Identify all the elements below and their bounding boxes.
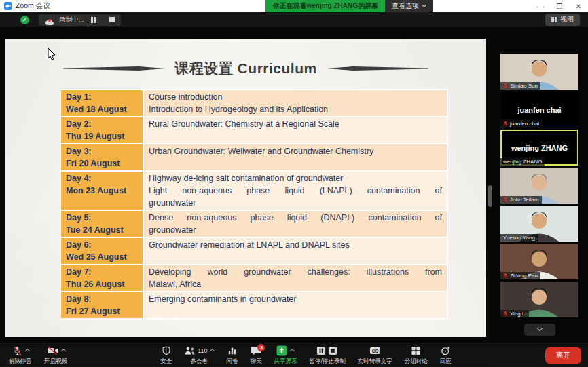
day-cell: Day 6:Wed 25 August [60,237,143,265]
table-row: Day 3:Fri 20 AugustUrban Groundwater: We… [60,144,447,171]
participant-tile[interactable]: Ying Li [500,282,578,317]
chevron-up-icon[interactable] [290,349,295,353]
grid-view-icon [551,17,557,22]
chat-button[interactable]: 聊天3 [244,343,268,367]
security-shield-icon[interactable]: ✓ [20,16,29,24]
toolbar-item-label: 分组讨论 [405,358,428,366]
participant-name-label: juanfen chai [500,120,542,128]
zoom-logo-icon [4,2,12,10]
toolbar-item-label: 回应 [440,358,452,366]
maximize-button[interactable]: ❐ [550,0,569,12]
view-options-label: 查看选项 [392,1,419,11]
recording-indicator: 录制中... [39,14,121,26]
muted-mic-icon [503,121,508,127]
participant-tile[interactable]: wenjing ZHANGwenjing ZHANG [500,130,578,166]
table-row: Day 2:Thu 19 AugustRural Groundwater: Ch… [60,117,447,144]
breakout-rooms-button[interactable]: 分组讨论 [399,343,434,367]
share-screen-icon [276,345,287,356]
window-titlebar: Zoom 会议 你正在观看wenjing ZHANG的屏幕 查看选项 — ❐ ✕ [0,0,588,12]
topic-cell: Urban Groundwater: Wellwater and Groundw… [143,144,447,171]
slide-title: 课程设置 Curriculum [174,59,316,78]
table-row: Day 5:Tue 24 AugustDense non-aqueous pha… [60,210,447,237]
chevron-down-icon [422,3,426,7]
meeting-info-bar: ✓ 录制中... 视图 [0,12,588,27]
day-cell: Day 5:Tue 24 August [60,210,143,237]
toolbar-item-label: 问卷 [226,358,238,366]
toolbar-item-label: 安全 [160,358,172,366]
shield-button[interactable]: 安全 [154,343,178,367]
participant-tile[interactable]: juanfen chaijuanfen chai [500,92,578,128]
muted-mic-icon [503,273,508,279]
topic-cell: Highway de-icing salt contamination of g… [143,171,447,210]
mic-muted-button[interactable]: 解除静音 [3,343,38,367]
participants-sidebar: Simiao Sunjuanfen chaijuanfen chaiwenjin… [500,54,578,336]
day-cell: Day 2:Thu 19 August [60,117,143,144]
cloud-recording-icon [45,16,54,24]
toolbar-item-label: 参会者 [191,358,208,366]
participants-icon [184,345,196,356]
scrollbar-thumb[interactable] [488,185,492,207]
meeting-toolbar: 解除静音开启视频 安全110参会者问卷聊天3共享屏幕暂停/停止录制CC实时转录文… [0,343,588,367]
stop-recording-button[interactable] [109,17,115,22]
leave-meeting-button[interactable]: 离开 [545,347,581,364]
poll-button[interactable]: 问卷 [220,343,244,367]
shield-icon [162,345,171,356]
table-row: Day 1:Wed 18 AugustCourse introductionIn… [60,90,447,117]
chat-badge: 3 [257,344,265,351]
topic-cell: Groundwater remediation at LNAPL and DNA… [143,237,447,265]
toolbar-item-label: 聊天 [250,358,261,366]
curriculum-table: Day 1:Wed 18 AugustCourse introductionIn… [60,89,448,320]
toolbar-item-label: 解除静音 [9,358,32,366]
collapse-sidebar-button[interactable] [524,324,555,336]
participant-name-label: Ying Li [500,310,529,317]
participant-tile[interactable]: Yuesuo Yang [500,206,578,242]
svg-text:CC: CC [372,348,379,353]
toolbar-item-label: 共享屏幕 [274,358,297,366]
curriculum-table-body: Day 1:Wed 18 AugustCourse introductionIn… [60,90,447,319]
participant-tile[interactable]: John Tellam [500,168,578,204]
participant-name-label: Simiao Sun [500,82,540,90]
topic-cell: Dense non-aqueous phase liquid (DNAPL) c… [143,210,447,237]
participant-tile[interactable]: Simiao Sun [500,54,578,90]
camera-muted-button[interactable]: 开启视频 [38,343,73,367]
record-pause-stop-icon [316,345,338,356]
app-title: Zoom 会议 [16,1,50,11]
day-cell: Day 3:Fri 20 August [60,144,143,171]
table-row: Day 6:Wed 25 AugustGroundwater remediati… [60,237,447,265]
participant-name-label: Yuesuo Yang [500,234,538,242]
recording-label: 录制中... [59,16,84,24]
muted-mic-icon [503,311,508,317]
topic-cell: Course introductionIntroduction to Hydro… [143,90,447,117]
reactions-icon [441,345,451,356]
topic-cell: Developing world groundwater challenges:… [143,265,447,292]
screen-share-banner: 你正在观看wenjing ZHANG的屏幕 [265,0,385,12]
share-screen-button[interactable]: 共享屏幕 [268,343,303,367]
participant-name-label: wenjing ZHANG [500,158,545,166]
muted-mic-icon [503,197,508,203]
toolbar-item-label: 实时转录文字 [358,358,392,366]
view-options-button[interactable]: 查看选项 [385,0,433,12]
chevron-up-icon[interactable] [24,349,29,353]
title-arrow-left [63,66,165,72]
chevron-down-icon [536,326,542,331]
view-button[interactable]: 视图 [545,14,580,26]
pause-recording-button[interactable] [91,17,96,23]
topic-cell: Emerging contaminants in groundwater [143,292,447,319]
day-cell: Day 7:Thu 26 August [60,265,143,292]
reactions-button[interactable]: 回应 [434,343,458,367]
participant-tile[interactable]: Zidong Pan [500,244,578,279]
poll-icon [227,345,237,356]
minimize-button[interactable]: — [531,0,550,12]
chevron-up-icon[interactable] [60,349,65,353]
title-arrow-right [327,66,428,72]
day-cell: Day 8:Fri 27 August [60,292,143,319]
shared-screen-area: 课程设置 Curriculum Day 1:Wed 18 AugustCours… [0,27,588,343]
cc-button[interactable]: CC实时转录文字 [352,343,399,367]
camera-muted-icon [47,345,58,356]
record-pause-stop-button[interactable]: 暂停/停止录制 [303,343,351,367]
close-button[interactable]: ✕ [569,0,588,12]
window-bottom-edge [0,366,489,366]
topic-cell: Rural Groundwater: Chemistry at a Region… [143,117,447,144]
participants-button[interactable]: 110参会者 [178,343,220,367]
chevron-up-icon[interactable] [210,349,215,353]
